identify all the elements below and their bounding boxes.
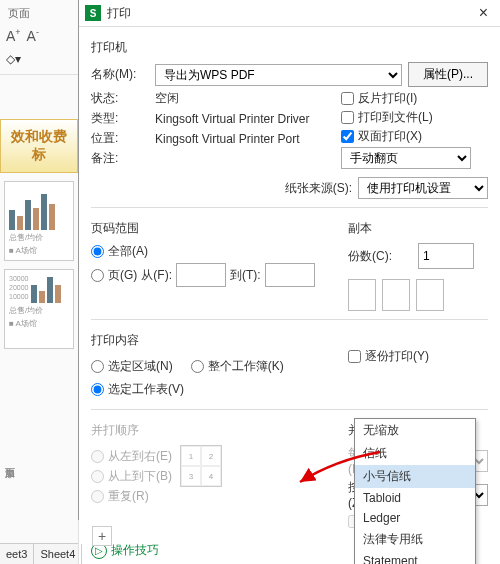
collate-checkbox[interactable]: 逐份打印(Y) [348,348,488,365]
name-label: 名称(M): [91,66,149,83]
copies-input[interactable] [418,243,474,269]
printer-name-select[interactable]: 导出为WPS PDF [155,64,402,86]
thumb-label: 总售/均价 [9,305,69,316]
from-label: 从(F): [141,267,172,284]
printer-section-label: 打印机 [91,39,488,56]
dropdown-item[interactable]: 法律专用纸 [355,528,475,551]
collate-icon [348,279,376,311]
dropdown-item[interactable]: Ledger [355,508,475,528]
workbook-radio[interactable]: 整个工作簿(K) [191,358,284,375]
print-to-file-checkbox[interactable]: 打印到文件(L) [341,109,476,126]
collate-icon [382,279,410,311]
range-pages-radio[interactable]: 页(G) 从(F): 到(T): [91,263,336,287]
thumb-legend: ■ A场馆 [9,245,69,256]
collate-icon [416,279,444,311]
chart-thumbnail-1[interactable]: 总售/均价 ■ A场馆 [4,181,74,261]
thumb-label: 总售/均价 [9,232,69,243]
copies-section-label: 副本 [348,220,488,237]
type-value: Kingsoft Virtual Printer Driver [155,112,310,126]
copies-label: 份数(C): [348,248,392,265]
flip-select[interactable]: 手动翻页 [341,147,471,169]
to-input[interactable] [265,263,315,287]
paper-source-select[interactable]: 使用打印机设置 [358,177,488,199]
selected-sheet-radio[interactable]: 选定工作表(V) [91,381,336,398]
properties-button[interactable]: 属性(P)... [408,62,488,87]
order-section-label: 并打顺序 [91,422,336,439]
paper-source-label: 纸张来源(S): [285,180,352,197]
status-label: 状态: [91,90,149,107]
top-bottom-radio: 从上到下(B) [91,468,172,485]
reverse-print-checkbox[interactable]: 反片打印(I) [341,90,476,107]
repeat-radio: 重复(R) [91,488,172,505]
format-icon[interactable]: ◇▾ [6,52,21,66]
where-value: Kingsoft Virtual Printer Port [155,132,300,146]
left-right-radio: 从左到右(E) [91,448,172,465]
content-section-label: 打印内容 [91,332,336,349]
order-preview-icon: 1234 [180,445,222,487]
sheet-tab[interactable]: Sheet4 [34,544,82,564]
type-label: 类型: [91,110,149,127]
sheet-header-fragment: 效和收费标 [0,119,78,173]
selection-radio[interactable]: 选定区域(N) [91,358,173,375]
dialog-title: 打印 [107,5,473,22]
thumb-legend: ■ A场馆 [9,318,69,329]
sheet-tab[interactable]: eet3 [0,544,34,564]
add-sheet-button[interactable]: + [92,526,112,546]
decrease-font-button[interactable]: A- [27,27,39,44]
dropdown-item[interactable]: 无缩放 [355,419,475,442]
ribbon-tab[interactable]: 页面 [4,4,74,23]
range-all-radio[interactable]: 全部(A) [91,243,336,260]
duplex-checkbox[interactable]: 双面打印(X) [341,128,476,145]
from-input[interactable] [176,263,226,287]
status-value: 空闲 [155,90,179,107]
close-button[interactable]: × [473,4,494,22]
where-label: 位置: [91,130,149,147]
dropdown-item[interactable]: Statement [355,551,475,564]
range-section-label: 页码范围 [91,220,336,237]
annotation-arrow [295,450,385,503]
app-icon: S [85,5,101,21]
comment-label: 备注: [91,150,149,167]
to-label: 到(T): [230,267,261,284]
chart-thumbnail-2[interactable]: 300002000010000 总售/均价 ■ A场馆 [4,269,74,349]
increase-font-button[interactable]: A+ [6,27,21,44]
